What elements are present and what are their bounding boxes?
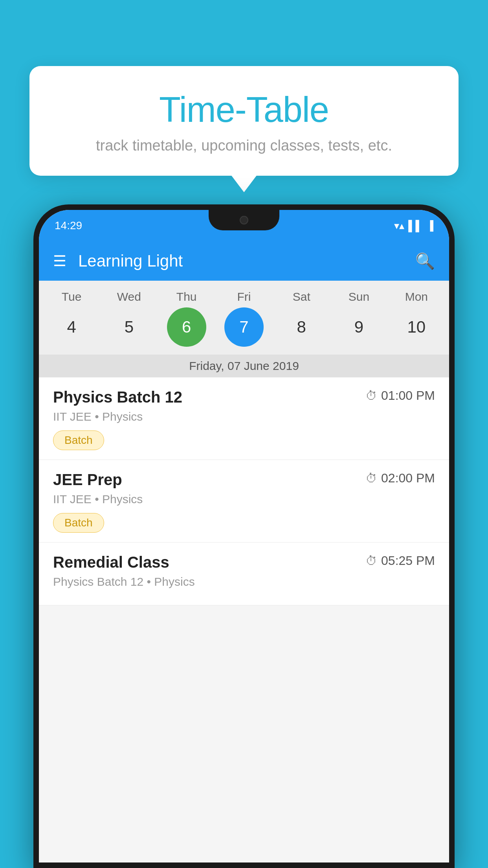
batch-tag-1: Batch bbox=[53, 513, 104, 533]
class-item-2[interactable]: Remedial Class⏱05:25 PMPhysics Batch 12 … bbox=[39, 542, 449, 605]
day-header-fri: Fri bbox=[218, 290, 270, 303]
batch-tag-0: Batch bbox=[53, 430, 104, 450]
clock-icon: ⏱ bbox=[365, 554, 377, 568]
day-header-sun: Sun bbox=[334, 290, 385, 303]
clock-icon: ⏱ bbox=[365, 472, 377, 485]
status-time: 14:29 bbox=[55, 219, 82, 232]
class-name-0: Physics Batch 12 bbox=[53, 388, 182, 406]
status-icons: ▾▴ ▌▌ ▐ bbox=[394, 220, 433, 232]
calendar-strip: TueWedThuFriSatSunMon 45678910 Friday, 0… bbox=[39, 281, 449, 377]
day-number-4[interactable]: 4 bbox=[52, 307, 91, 347]
phone-screen: 14:29 ▾▴ ▌▌ ▐ ☰ Learning Light 🔍 TueWedT… bbox=[39, 210, 449, 862]
tooltip-subtitle: track timetable, upcoming classes, tests… bbox=[49, 137, 439, 154]
day-number-7[interactable]: 7 bbox=[224, 307, 264, 347]
class-list: Physics Batch 12⏱01:00 PMIIT JEE • Physi… bbox=[39, 377, 449, 605]
day-numbers: 45678910 bbox=[39, 307, 449, 355]
day-number-9[interactable]: 9 bbox=[339, 307, 379, 347]
day-number-8[interactable]: 8 bbox=[282, 307, 321, 347]
day-number-6[interactable]: 6 bbox=[167, 307, 206, 347]
tooltip-card: Time-Table track timetable, upcoming cla… bbox=[29, 66, 459, 176]
app-title: Learning Light bbox=[78, 252, 404, 270]
class-meta-1: IIT JEE • Physics bbox=[53, 493, 435, 506]
day-number-10[interactable]: 10 bbox=[397, 307, 436, 347]
app-bar: ☰ Learning Light 🔍 bbox=[39, 241, 449, 281]
class-meta-2: Physics Batch 12 • Physics bbox=[53, 575, 435, 588]
phone-mockup: 14:29 ▾▴ ▌▌ ▐ ☰ Learning Light 🔍 TueWedT… bbox=[33, 204, 455, 868]
class-time-0: ⏱01:00 PM bbox=[365, 388, 435, 403]
search-icon[interactable]: 🔍 bbox=[415, 252, 435, 270]
class-time-1: ⏱02:00 PM bbox=[365, 471, 435, 485]
class-name-2: Remedial Class bbox=[53, 554, 169, 571]
signal-icon: ▌▌ bbox=[408, 220, 423, 232]
battery-icon: ▐ bbox=[427, 220, 433, 231]
day-header-sat: Sat bbox=[276, 290, 327, 303]
selected-date-label: Friday, 07 June 2019 bbox=[39, 355, 449, 377]
wifi-icon: ▾▴ bbox=[394, 220, 404, 232]
class-name-1: JEE Prep bbox=[53, 471, 122, 489]
class-meta-0: IIT JEE • Physics bbox=[53, 410, 435, 423]
class-item-1[interactable]: JEE Prep⏱02:00 PMIIT JEE • PhysicsBatch bbox=[39, 460, 449, 542]
day-header-wed: Wed bbox=[103, 290, 154, 303]
hamburger-icon[interactable]: ☰ bbox=[53, 252, 66, 270]
day-headers: TueWedThuFriSatSunMon bbox=[39, 290, 449, 307]
day-header-thu: Thu bbox=[161, 290, 212, 303]
day-number-5[interactable]: 5 bbox=[109, 307, 149, 347]
notch bbox=[209, 210, 279, 230]
day-header-mon: Mon bbox=[391, 290, 442, 303]
clock-icon: ⏱ bbox=[365, 389, 377, 403]
class-time-2: ⏱05:25 PM bbox=[365, 554, 435, 568]
class-item-0[interactable]: Physics Batch 12⏱01:00 PMIIT JEE • Physi… bbox=[39, 377, 449, 460]
status-bar: 14:29 ▾▴ ▌▌ ▐ bbox=[39, 210, 449, 241]
camera bbox=[240, 216, 248, 224]
day-header-tue: Tue bbox=[46, 290, 97, 303]
tooltip-title: Time-Table bbox=[49, 90, 439, 130]
